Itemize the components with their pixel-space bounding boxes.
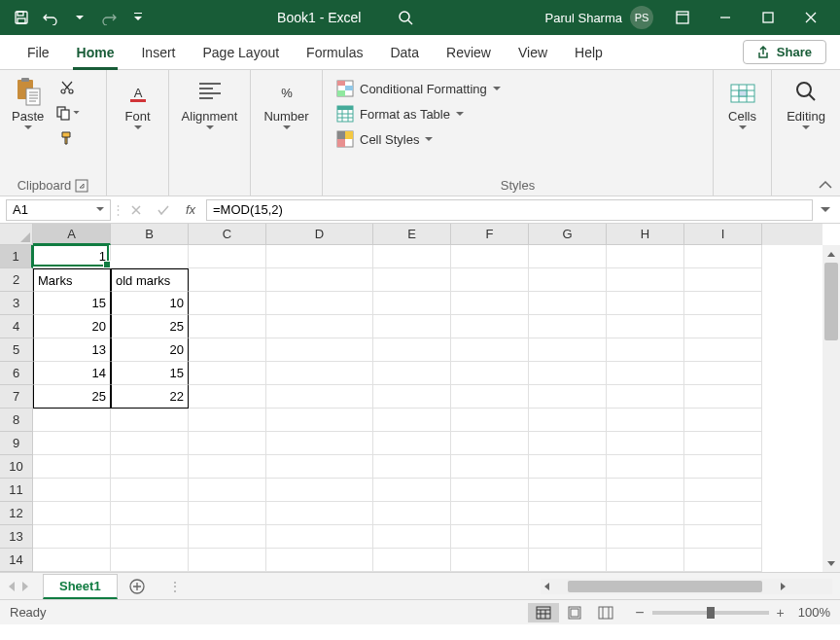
number-button[interactable]: % Number xyxy=(260,74,312,132)
cell-I2[interactable] xyxy=(684,268,762,292)
cell-H7[interactable] xyxy=(607,385,684,409)
cell-E6[interactable] xyxy=(373,362,451,385)
horizontal-scrollbar[interactable] xyxy=(541,579,832,594)
cell-I14[interactable] xyxy=(684,549,762,572)
tab-home[interactable]: Home xyxy=(63,35,128,70)
cell-B7[interactable]: 22 xyxy=(111,385,189,409)
cells-button[interactable]: Cells xyxy=(723,74,762,132)
maximize-button[interactable] xyxy=(747,4,789,31)
cell-E12[interactable] xyxy=(373,502,451,525)
row-header-2[interactable]: 2 xyxy=(0,268,33,292)
cell-B6[interactable]: 15 xyxy=(111,362,189,385)
cell-B13[interactable] xyxy=(111,525,189,549)
column-header-G[interactable]: G xyxy=(529,224,607,245)
cell-F3[interactable] xyxy=(451,292,529,315)
cell-H1[interactable] xyxy=(607,245,684,268)
cell-F13[interactable] xyxy=(451,525,529,549)
cell-G9[interactable] xyxy=(529,432,607,455)
cell-A3[interactable]: 15 xyxy=(33,292,111,315)
cell-H2[interactable] xyxy=(607,268,684,292)
cell-B11[interactable] xyxy=(111,479,189,502)
cell-I8[interactable] xyxy=(684,409,762,432)
format-as-table-button[interactable]: Format as Table xyxy=(331,103,507,124)
cancel-formula-button[interactable] xyxy=(124,199,148,221)
row-header-11[interactable]: 11 xyxy=(0,479,33,502)
cells-area[interactable]: 1Marksold marks15102025132014152522 xyxy=(33,245,822,572)
tab-help[interactable]: Help xyxy=(561,35,616,70)
cell-E10[interactable] xyxy=(373,455,451,479)
collapse-ribbon-button[interactable] xyxy=(819,180,832,190)
cell-F4[interactable] xyxy=(451,315,529,338)
vertical-scrollbar[interactable] xyxy=(822,245,840,572)
cell-G6[interactable] xyxy=(529,362,607,385)
cell-C9[interactable] xyxy=(189,432,266,455)
select-all-corner[interactable] xyxy=(0,224,33,245)
cell-D11[interactable] xyxy=(266,479,373,502)
cell-B12[interactable] xyxy=(111,502,189,525)
column-header-B[interactable]: B xyxy=(111,224,189,245)
share-button[interactable]: Share xyxy=(743,40,826,64)
cell-A13[interactable] xyxy=(33,525,111,549)
zoom-level[interactable]: 100% xyxy=(798,605,830,620)
cell-B3[interactable]: 10 xyxy=(111,292,189,315)
cell-C2[interactable] xyxy=(189,268,266,292)
cell-H11[interactable] xyxy=(607,479,684,502)
cell-G12[interactable] xyxy=(529,502,607,525)
cell-A1[interactable]: 1 xyxy=(33,245,111,268)
ribbon-display-button[interactable] xyxy=(661,4,704,31)
font-button[interactable]: A Font xyxy=(119,74,158,132)
cell-I1[interactable] xyxy=(684,245,762,268)
cell-C1[interactable] xyxy=(189,245,266,268)
cell-G4[interactable] xyxy=(529,315,607,338)
cell-D2[interactable] xyxy=(266,268,373,292)
cell-E5[interactable] xyxy=(373,338,451,362)
cell-E2[interactable] xyxy=(373,268,451,292)
cell-G14[interactable] xyxy=(529,549,607,572)
column-header-F[interactable]: F xyxy=(451,224,529,245)
cell-C11[interactable] xyxy=(189,479,266,502)
cell-F10[interactable] xyxy=(451,455,529,479)
cell-H6[interactable] xyxy=(607,362,684,385)
cell-G7[interactable] xyxy=(529,385,607,409)
row-header-7[interactable]: 7 xyxy=(0,385,33,409)
close-button[interactable] xyxy=(789,4,832,31)
paste-button[interactable]: Paste xyxy=(8,74,48,132)
formula-input[interactable]: =MOD(15,2) xyxy=(206,199,813,221)
split-handle[interactable]: ⋮ xyxy=(168,579,182,594)
cell-A2[interactable]: Marks xyxy=(33,268,111,292)
cell-D4[interactable] xyxy=(266,315,373,338)
page-layout-view-button[interactable] xyxy=(559,603,590,622)
add-sheet-button[interactable] xyxy=(125,575,149,598)
copy-button[interactable] xyxy=(53,101,81,124)
cell-B1[interactable] xyxy=(111,245,189,268)
column-header-H[interactable]: H xyxy=(607,224,684,245)
cell-G3[interactable] xyxy=(529,292,607,315)
cell-D1[interactable] xyxy=(266,245,373,268)
row-header-14[interactable]: 14 xyxy=(0,549,33,572)
column-header-E[interactable]: E xyxy=(373,224,451,245)
cell-I12[interactable] xyxy=(684,502,762,525)
cell-C14[interactable] xyxy=(189,549,266,572)
search-button[interactable] xyxy=(392,4,419,31)
minimize-button[interactable] xyxy=(704,4,747,31)
name-box[interactable]: A1 xyxy=(6,199,111,221)
dialog-launcher-icon[interactable] xyxy=(75,179,88,193)
cell-B14[interactable] xyxy=(111,549,189,572)
row-header-3[interactable]: 3 xyxy=(0,292,33,315)
cell-G2[interactable] xyxy=(529,268,607,292)
row-header-12[interactable]: 12 xyxy=(0,502,33,525)
cell-D13[interactable] xyxy=(266,525,373,549)
cell-H13[interactable] xyxy=(607,525,684,549)
cell-I6[interactable] xyxy=(684,362,762,385)
tab-data[interactable]: Data xyxy=(376,35,433,70)
row-header-5[interactable]: 5 xyxy=(0,338,33,362)
cell-H4[interactable] xyxy=(607,315,684,338)
cell-F6[interactable] xyxy=(451,362,529,385)
cell-G8[interactable] xyxy=(529,409,607,432)
cell-A7[interactable]: 25 xyxy=(33,385,111,409)
tab-insert[interactable]: Insert xyxy=(127,35,189,70)
cell-D9[interactable] xyxy=(266,432,373,455)
zoom-in-button[interactable]: + xyxy=(777,605,785,621)
scroll-thumb[interactable] xyxy=(824,263,838,340)
alignment-button[interactable]: Alignment xyxy=(178,74,242,132)
